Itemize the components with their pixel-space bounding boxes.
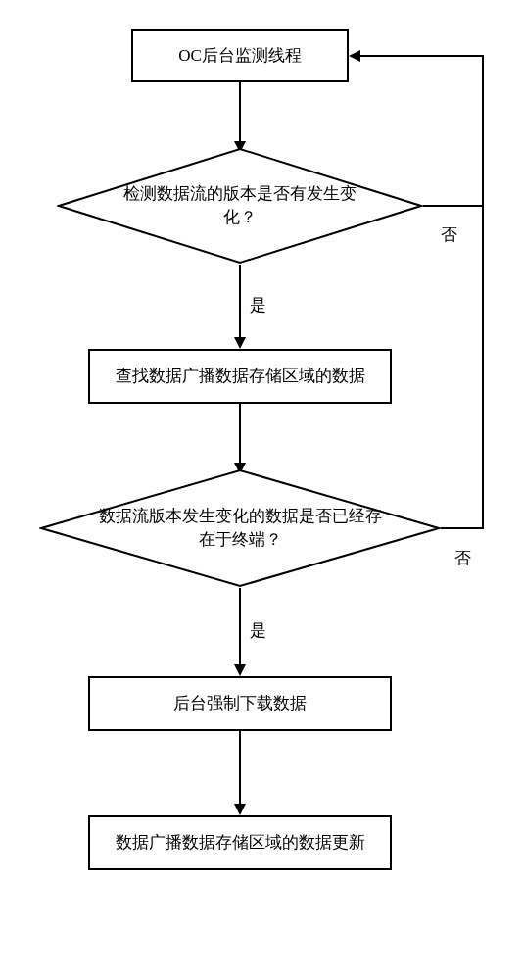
flow-arrow: [239, 588, 241, 664]
arrowhead-icon: [234, 664, 246, 676]
decision-data-exists: 数据流版本发生变化的数据是否已经存 在于终端？: [39, 468, 441, 588]
process-lookup-data: 查找数据广播数据存储区域的数据: [88, 349, 392, 404]
flow-arrow: [239, 265, 241, 337]
node-label: 后台强制下载数据: [173, 692, 307, 715]
node-label: 查找数据广播数据存储区域的数据: [116, 365, 365, 388]
node-label: OC后台监测线程: [178, 44, 302, 68]
node-label: 数据流版本发生变化的数据是否已经存 在于终端？: [39, 468, 441, 588]
flow-line: [482, 205, 484, 529]
no-label: 否: [441, 223, 457, 246]
flow-line: [423, 205, 484, 207]
yes-label: 是: [250, 619, 266, 642]
decision-version-changed: 检测数据流的版本是否有发生变 化？: [57, 147, 423, 265]
flow-arrow: [239, 404, 241, 463]
process-force-download: 后台强制下载数据: [88, 676, 392, 731]
flow-line: [482, 55, 484, 207]
flow-arrow: [239, 82, 241, 141]
flow-line: [441, 527, 484, 529]
flow-arrow: [239, 731, 241, 804]
arrowhead-icon: [349, 50, 360, 62]
yes-label: 是: [250, 294, 266, 317]
node-label: 检测数据流的版本是否有发生变 化？: [57, 147, 423, 265]
process-data-update: 数据广播数据存储区域的数据更新: [88, 815, 392, 870]
arrowhead-icon: [234, 337, 246, 349]
arrowhead-icon: [234, 804, 246, 815]
no-label: 否: [454, 547, 471, 569]
node-label: 数据广播数据存储区域的数据更新: [116, 831, 365, 855]
process-monitoring-thread: OC后台监测线程: [131, 29, 349, 82]
flow-line: [360, 55, 484, 57]
